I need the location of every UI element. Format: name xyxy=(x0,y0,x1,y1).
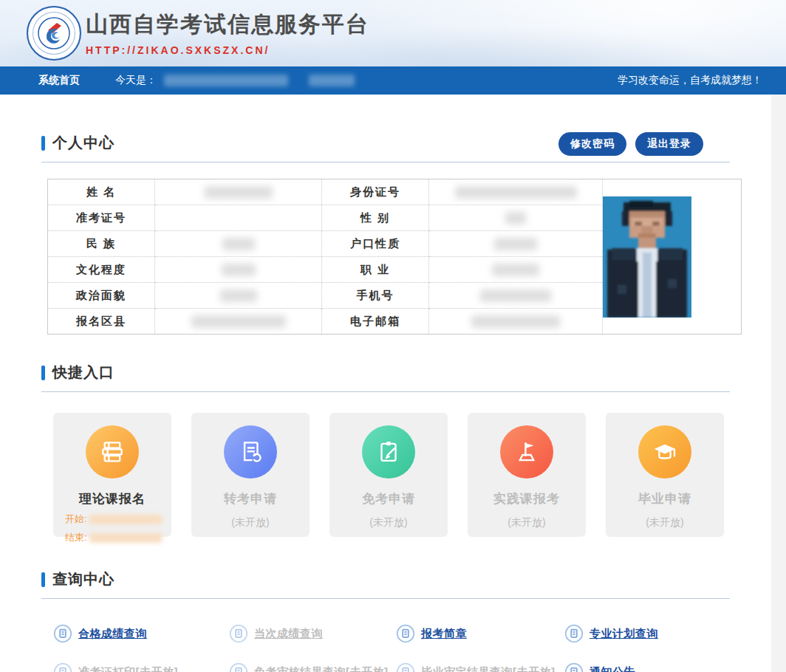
main-content: 个人中心 修改密码 退出登录 姓 名 身份证号 xyxy=(0,95,771,672)
field-label-household: 户口性质 xyxy=(322,231,429,257)
transfer-doc-icon xyxy=(224,425,277,479)
site-title: 山西自学考试信息服务平台 xyxy=(86,10,369,40)
today-label: 今天是： xyxy=(115,74,157,87)
books-icon xyxy=(86,425,139,479)
card-status: (未开放) xyxy=(191,516,310,529)
redacted-value xyxy=(471,315,560,328)
redacted-value xyxy=(191,315,286,328)
link-label: 免考审核结果查询[未开放] xyxy=(254,665,389,672)
nav-home-link[interactable]: 系统首页 xyxy=(38,74,80,87)
card-status: (未开放) xyxy=(606,516,724,529)
field-label-idnumber: 身份证号 xyxy=(322,179,429,205)
card-title: 免考申请 xyxy=(329,490,448,507)
field-label-gender: 性 别 xyxy=(322,205,429,231)
section-accent-bar xyxy=(41,136,45,151)
document-circle-icon xyxy=(53,624,72,643)
field-value-phone xyxy=(429,283,603,309)
field-value-education xyxy=(155,257,322,283)
section-accent-bar xyxy=(41,572,45,587)
flag-icon xyxy=(500,425,553,479)
redacted-value xyxy=(222,264,256,276)
link-major-plan-query[interactable]: 专业计划查询 xyxy=(564,624,771,643)
field-value-occupation xyxy=(429,257,603,283)
card-title: 毕业申请 xyxy=(606,490,724,507)
personal-center-title: 个人中心 xyxy=(52,133,115,153)
query-center-header: 查询中心 xyxy=(0,537,771,589)
field-label-email: 电子邮箱 xyxy=(322,309,429,335)
field-value-household xyxy=(429,231,603,257)
document-circle-icon xyxy=(229,624,248,643)
link-label: 报考简章 xyxy=(421,627,467,641)
link-exemption-review-result-query[interactable]: 免考审核结果查询[未开放] xyxy=(229,662,396,672)
link-label: 通知公告 xyxy=(590,665,635,672)
graduation-cap-icon xyxy=(638,425,691,479)
redacted-value xyxy=(222,238,255,250)
field-label-phone: 手机号 xyxy=(322,283,429,309)
nav-slogan: 学习改变命运，自考成就梦想！ xyxy=(618,74,762,87)
field-value-name xyxy=(155,179,322,205)
site-url: HTTP://ZIKAO.SXKSZX.CN/ xyxy=(86,44,369,56)
link-notices[interactable]: 通知公告 xyxy=(564,662,771,672)
card-practical-course-signup[interactable]: 实践课报考 (未开放) xyxy=(468,413,586,537)
today-weekday-redacted xyxy=(309,75,355,86)
link-admission-ticket-print[interactable]: 准考证打印[未开放] xyxy=(53,662,229,672)
navbar: 系统首页 今天是： 学习改变命运，自考成就梦想！ xyxy=(0,66,786,95)
field-label-name: 姓 名 xyxy=(48,179,155,205)
card-exemption-application[interactable]: 免考申请 (未开放) xyxy=(329,413,448,537)
field-value-ethnicity xyxy=(155,231,322,257)
start-label: 开始: xyxy=(65,512,87,526)
card-transfer-application[interactable]: 转考申请 (未开放) xyxy=(191,413,310,537)
document-circle-icon xyxy=(396,624,415,643)
redacted-value xyxy=(205,186,273,199)
field-label-occupation: 职 业 xyxy=(322,257,429,283)
card-theory-course-signup[interactable]: 理论课报名 开始: 结束: xyxy=(53,413,171,537)
link-label: 专业计划查询 xyxy=(590,627,658,641)
logout-button[interactable]: 退出登录 xyxy=(635,132,703,156)
field-value-examid xyxy=(155,205,322,231)
quick-entry-cards: 理论课报名 开始: 结束: 转考申请 (未开放) xyxy=(53,413,771,537)
personal-center-header: 个人中心 修改密码 退出登录 xyxy=(0,95,771,153)
link-exam-guide[interactable]: 报考简章 xyxy=(396,624,564,643)
id-photo-blurred xyxy=(603,196,691,318)
field-value-political xyxy=(155,283,322,309)
card-title: 理论课报名 xyxy=(53,490,171,507)
brand-block: 山西自学考试信息服务平台 HTTP://ZIKAO.SXKSZX.CN/ xyxy=(86,10,369,56)
document-circle-icon xyxy=(396,662,415,672)
redacted-value xyxy=(505,212,526,224)
quick-entry-header: 快捷入口 xyxy=(0,335,771,383)
top-banner: 山西自学考试信息服务平台 HTTP://ZIKAO.SXKSZX.CN/ xyxy=(0,0,786,66)
link-label: 当次成绩查询 xyxy=(254,627,323,641)
quick-entry-title: 快捷入口 xyxy=(52,363,115,383)
link-current-scores-query[interactable]: 当次成绩查询 xyxy=(229,624,396,643)
query-links: 合格成绩查询 当次成绩查询 报考简章 专业计划查询 xyxy=(53,624,771,672)
field-label-district: 报名区县 xyxy=(48,309,155,335)
redacted-date xyxy=(89,515,162,524)
document-circle-icon xyxy=(229,662,248,672)
document-circle-icon xyxy=(53,662,72,672)
today-date-redacted xyxy=(164,75,288,86)
today-label-wrap: 今天是： xyxy=(115,74,355,87)
section-accent-bar xyxy=(41,366,45,380)
redacted-value xyxy=(492,264,539,276)
card-status: (未开放) xyxy=(468,516,586,529)
redacted-value xyxy=(455,186,577,199)
field-value-district xyxy=(155,309,322,335)
change-password-button[interactable]: 修改密码 xyxy=(558,132,626,156)
seal-emblem-icon xyxy=(27,6,81,61)
redacted-value xyxy=(480,289,551,302)
link-graduation-review-result-query[interactable]: 毕业审定结果查询[未开放] xyxy=(396,662,564,672)
link-label: 合格成绩查询 xyxy=(78,627,147,641)
link-label: 毕业审定结果查询[未开放] xyxy=(421,665,556,672)
section-divider xyxy=(41,598,730,599)
field-label-examid: 准考证号 xyxy=(48,205,155,231)
field-value-gender xyxy=(429,205,603,231)
section-divider xyxy=(41,162,730,162)
field-value-idnumber xyxy=(429,179,603,205)
card-graduation-application[interactable]: 毕业申请 (未开放) xyxy=(606,413,724,537)
site-logo xyxy=(27,6,81,61)
clipboard-pencil-icon xyxy=(362,425,415,479)
link-passed-scores-query[interactable]: 合格成绩查询 xyxy=(53,624,229,643)
field-label-education: 文化程度 xyxy=(48,257,155,283)
redacted-value xyxy=(494,238,537,250)
card-title: 实践课报考 xyxy=(468,490,586,507)
